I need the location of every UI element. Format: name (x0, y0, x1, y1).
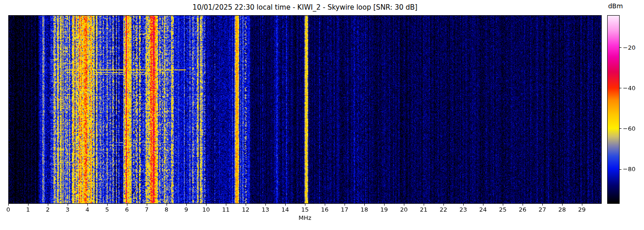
x-tick-mark (28, 204, 29, 206)
x-tick-mark (503, 204, 503, 206)
x-tick-label: 9 (178, 206, 194, 213)
x-tick-label: 5 (99, 206, 115, 213)
waterfall-canvas (8, 15, 602, 204)
x-tick-label: 13 (258, 206, 273, 213)
x-tick-label: 15 (297, 206, 313, 213)
x-tick-mark (424, 204, 424, 206)
x-tick-mark (226, 204, 226, 206)
colorbar-label: dBm (605, 2, 626, 10)
spectrogram-figure: 10/01/2025 22:30 local time - KIWI_2 - S… (0, 0, 644, 230)
x-tick-mark (364, 204, 365, 206)
colorbar (607, 15, 620, 204)
x-tick-mark (443, 204, 444, 206)
x-tick-label: 7 (139, 206, 155, 213)
x-tick-label: 1 (20, 206, 36, 213)
x-tick-label: 0 (0, 206, 16, 213)
x-tick-label: 8 (159, 206, 174, 213)
colorbar-tick-mark (620, 169, 621, 170)
colorbar-tick-label: −40 (623, 84, 641, 92)
x-tick-mark (483, 204, 483, 206)
x-tick-label: 22 (436, 206, 451, 213)
colorbar-tick-mark (620, 47, 621, 48)
x-tick-mark (186, 204, 187, 206)
colorbar-tick-label: −80 (623, 165, 641, 173)
colorbar-tick-mark (620, 88, 621, 88)
x-tick-mark (68, 204, 68, 206)
colorbar-tick-label: −20 (623, 44, 641, 52)
x-tick-label: 29 (574, 206, 590, 213)
x-tick-label: 10 (198, 206, 214, 213)
x-tick-mark (107, 204, 108, 206)
plot-area (8, 15, 602, 204)
plot-title: 10/01/2025 22:30 local time - KIWI_2 - S… (8, 3, 602, 12)
x-tick-mark (167, 204, 167, 206)
x-tick-label: 18 (356, 206, 372, 213)
x-tick-label: 21 (416, 206, 431, 213)
x-tick-mark (325, 204, 325, 206)
x-tick-label: 16 (317, 206, 333, 213)
x-tick-label: 3 (60, 206, 75, 213)
x-tick-mark (206, 204, 207, 206)
x-tick-label: 25 (495, 206, 511, 213)
x-tick-mark (523, 204, 523, 206)
x-tick-mark (404, 204, 404, 206)
x-tick-mark (305, 204, 305, 206)
colorbar-tick-mark (620, 128, 621, 129)
x-tick-mark (147, 204, 147, 206)
x-tick-label: 17 (337, 206, 352, 213)
x-tick-label: 11 (218, 206, 234, 213)
x-tick-mark (265, 204, 266, 206)
x-tick-label: 19 (376, 206, 392, 213)
x-tick-mark (345, 204, 345, 206)
x-tick-mark (384, 204, 385, 206)
x-axis-label: MHz (8, 214, 602, 221)
x-tick-mark (582, 204, 582, 206)
x-tick-label: 27 (535, 206, 550, 213)
x-tick-label: 12 (238, 206, 253, 213)
x-tick-mark (463, 204, 464, 206)
x-tick-label: 28 (554, 206, 570, 213)
x-tick-label: 20 (396, 206, 412, 213)
x-tick-mark (246, 204, 246, 206)
x-tick-label: 23 (455, 206, 471, 213)
x-tick-mark (48, 204, 48, 206)
x-tick-mark (87, 204, 88, 206)
x-tick-label: 26 (515, 206, 530, 213)
x-tick-label: 6 (119, 206, 135, 213)
x-tick-label: 2 (40, 206, 56, 213)
x-tick-label: 4 (80, 206, 95, 213)
x-tick-mark (542, 204, 543, 206)
x-tick-label: 24 (475, 206, 491, 213)
x-tick-mark (285, 204, 286, 206)
x-tick-mark (8, 204, 9, 206)
colorbar-tick-label: −60 (623, 125, 641, 133)
x-tick-label: 14 (277, 206, 293, 213)
x-tick-mark (127, 204, 127, 206)
x-tick-mark (562, 204, 563, 206)
